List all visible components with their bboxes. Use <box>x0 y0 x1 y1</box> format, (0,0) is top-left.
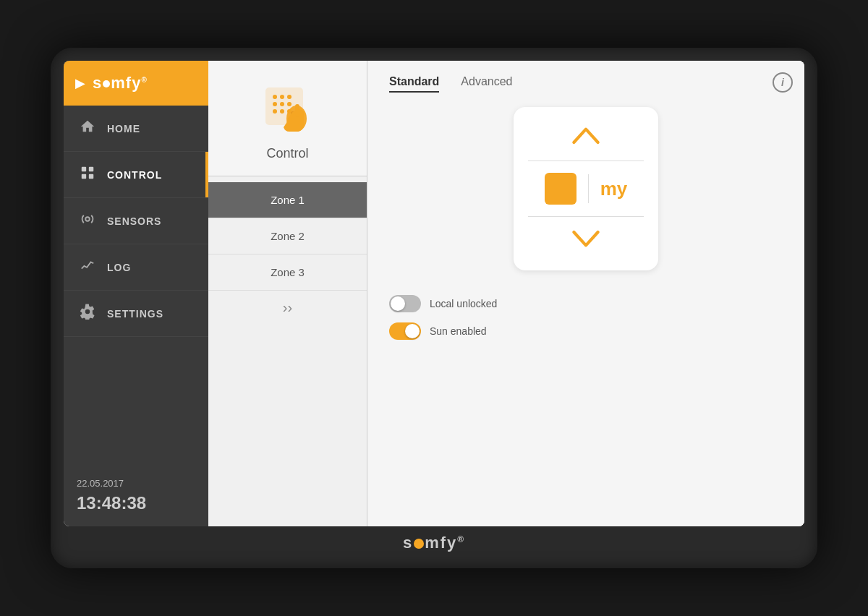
zone-item-1[interactable]: Zone 1 <box>208 182 367 218</box>
control-icon <box>78 165 97 184</box>
local-unlocked-row: Local unlocked <box>389 295 783 312</box>
cursor-icon: ▶ <box>75 75 85 91</box>
sidebar-nav: HOME CONTROL <box>64 106 208 466</box>
device-bottom-brand: smfy® <box>403 534 465 555</box>
main-content: Control Zone 1 Zone 2 Zone 3 ›› <box>208 61 804 526</box>
toggle-knob-local <box>391 296 405 311</box>
sidebar-item-home[interactable]: HOME <box>64 106 208 152</box>
zone-item-3[interactable]: Zone 3 <box>208 254 367 291</box>
svg-point-11 <box>287 102 292 106</box>
svg-point-8 <box>287 95 292 99</box>
home-icon <box>78 119 97 138</box>
logo-text: smfy® <box>93 74 148 93</box>
svg-point-9 <box>273 102 277 106</box>
sidebar-item-control[interactable]: CONTROL <box>64 152 208 198</box>
date-display: 22.05.2017 <box>77 476 195 491</box>
info-button[interactable]: i <box>773 72 793 93</box>
svg-point-10 <box>280 102 284 106</box>
svg-point-13 <box>280 109 284 114</box>
sidebar-item-sensors-label: SENSORS <box>107 215 161 227</box>
svg-rect-2 <box>82 174 86 179</box>
device-frame: ▶ smfy® HOME <box>51 48 817 568</box>
widget-my-button[interactable]: my <box>600 178 628 200</box>
sidebar-item-home-label: HOME <box>107 123 140 134</box>
sensors-icon <box>78 211 97 231</box>
widget-bottom-divider <box>528 216 644 217</box>
svg-rect-19 <box>295 104 299 117</box>
widget-vertical-divider <box>588 174 589 203</box>
control-panel-icon <box>259 81 317 139</box>
svg-rect-0 <box>82 167 86 171</box>
toggles-area: Local unlocked Sun enabled <box>389 295 783 340</box>
right-panel: i Standard Advanced <box>367 61 804 526</box>
sidebar-datetime: 22.05.2017 13:48:38 <box>64 466 208 527</box>
svg-point-6 <box>273 95 277 99</box>
sun-enabled-toggle[interactable] <box>389 322 421 340</box>
tab-standard[interactable]: Standard <box>389 75 439 93</box>
svg-point-7 <box>280 95 284 99</box>
local-unlocked-toggle[interactable] <box>389 295 421 312</box>
svg-rect-1 <box>89 167 93 171</box>
time-display: 13:48:38 <box>77 490 195 516</box>
zone-item-2[interactable]: Zone 2 <box>208 218 367 254</box>
sidebar-logo: ▶ smfy® <box>64 61 208 106</box>
sidebar: ▶ smfy® HOME <box>64 61 208 526</box>
zones-list: Zone 1 Zone 2 Zone 3 ›› <box>208 176 367 526</box>
sidebar-item-log-label: LOG <box>107 262 131 273</box>
local-unlocked-label: Local unlocked <box>430 298 497 309</box>
tab-advanced[interactable]: Advanced <box>461 75 512 93</box>
zone-more-button[interactable]: ›› <box>208 291 367 325</box>
widget-middle-row: my <box>528 173 644 205</box>
widget-stop-button[interactable] <box>545 173 576 205</box>
widget-down-button[interactable] <box>568 228 604 253</box>
tab-bar: Standard Advanced <box>389 75 783 93</box>
svg-point-12 <box>273 109 277 114</box>
sidebar-item-sensors[interactable]: SENSORS <box>64 198 208 244</box>
svg-point-4 <box>85 217 90 221</box>
log-icon <box>78 257 97 277</box>
control-icon-area: Control <box>208 61 367 176</box>
sun-enabled-row: Sun enabled <box>389 322 783 340</box>
toggle-knob-sun <box>405 324 420 338</box>
control-label: Control <box>266 146 308 161</box>
sidebar-item-settings-label: SETTINGS <box>107 308 163 320</box>
settings-icon <box>78 304 97 323</box>
sidebar-item-log[interactable]: LOG <box>64 244 208 291</box>
sidebar-item-settings[interactable]: SETTINGS <box>64 291 208 337</box>
svg-rect-3 <box>89 174 93 179</box>
screen: ▶ smfy® HOME <box>64 61 804 526</box>
widget-up-button[interactable] <box>568 124 604 149</box>
widget-top-divider <box>528 161 644 161</box>
left-panel: Control Zone 1 Zone 2 Zone 3 ›› <box>208 61 367 526</box>
sidebar-item-control-label: CONTROL <box>107 169 162 181</box>
control-widget: my <box>514 107 658 270</box>
sun-enabled-label: Sun enabled <box>430 325 487 337</box>
